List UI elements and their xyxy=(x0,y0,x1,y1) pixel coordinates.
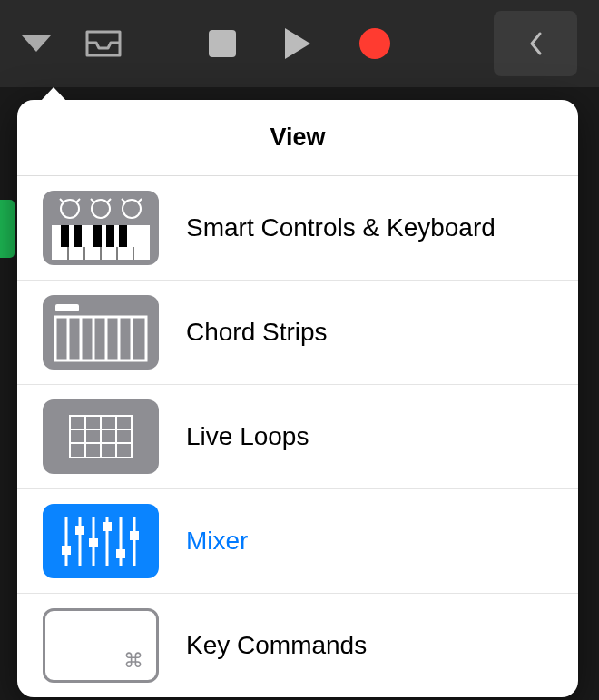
svg-rect-41 xyxy=(62,546,71,555)
chord-strips-icon xyxy=(43,295,159,370)
svg-rect-11 xyxy=(61,225,69,247)
live-loops-icon xyxy=(43,399,159,474)
svg-rect-12 xyxy=(74,225,82,247)
menu-label: Live Loops xyxy=(186,422,309,451)
chevron-left-icon xyxy=(528,31,543,56)
track-indicator xyxy=(0,200,15,258)
svg-rect-46 xyxy=(130,531,139,540)
record-icon[interactable] xyxy=(359,28,390,59)
menu-item-smart-controls[interactable]: Smart Controls & Keyboard xyxy=(17,176,578,281)
menu-label: Key Commands xyxy=(186,631,367,660)
menu-item-mixer[interactable]: Mixer xyxy=(17,489,578,594)
svg-rect-45 xyxy=(116,549,125,558)
play-icon[interactable] xyxy=(285,28,310,59)
menu-item-chord-strips[interactable]: Chord Strips xyxy=(17,281,578,385)
svg-rect-42 xyxy=(75,526,84,535)
stop-icon[interactable] xyxy=(209,30,236,57)
top-toolbar xyxy=(0,0,599,87)
svg-rect-14 xyxy=(106,225,114,247)
popover-title: View xyxy=(17,100,578,176)
menu-item-live-loops[interactable]: Live Loops xyxy=(17,385,578,489)
svg-rect-44 xyxy=(103,522,112,531)
mixer-icon xyxy=(43,504,159,578)
smart-controls-icon xyxy=(43,191,159,265)
popover-arrow xyxy=(40,87,67,102)
back-button[interactable] xyxy=(494,11,577,76)
menu-item-key-commands[interactable]: ⌘ Key Commands xyxy=(17,594,578,697)
svg-rect-13 xyxy=(93,225,102,247)
view-popover: View xyxy=(17,100,578,697)
inbox-icon[interactable] xyxy=(85,30,122,57)
menu-label: Mixer xyxy=(186,527,248,556)
svg-rect-15 xyxy=(119,225,127,247)
view-dropdown-icon[interactable] xyxy=(22,35,51,52)
svg-rect-43 xyxy=(89,538,98,547)
menu-label: Smart Controls & Keyboard xyxy=(186,213,496,242)
svg-text:⌘: ⌘ xyxy=(123,649,143,672)
key-commands-icon: ⌘ xyxy=(43,608,159,683)
svg-rect-21 xyxy=(55,304,79,311)
menu-label: Chord Strips xyxy=(186,318,328,347)
